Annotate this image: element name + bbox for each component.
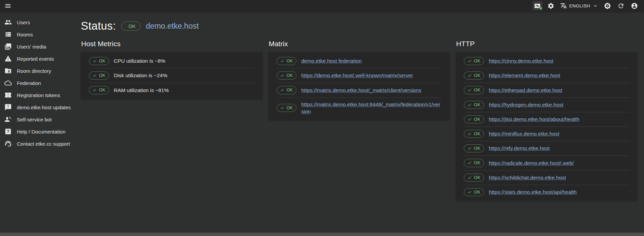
status-row-item: OK https://miniflux.demo.etke.host [464, 127, 629, 141]
status-badge: OK [89, 71, 109, 80]
status-link[interactable]: https://matrix.demo.etke.host/_matrix/cl… [301, 87, 421, 94]
status-badge: OK [89, 86, 109, 94]
status-link[interactable]: https://schildichat.demo.etke.host [489, 174, 566, 181]
status-row-item: OK CPU utilization is ~8% [89, 54, 254, 68]
support-icon [4, 140, 12, 147]
status-row-item: OK https://hydrogen.demo.etke.host [464, 98, 629, 112]
page-title: Status: [81, 20, 116, 32]
rooms-icon [4, 31, 12, 38]
bot-icon [4, 116, 12, 123]
status-row-item: OK https://radicale.demo.etke.host/.web/ [464, 156, 629, 170]
section-title: Host Metrics [81, 40, 262, 48]
status-row-item: OK Disk utilization is ~24% [89, 68, 254, 83]
section-card: OK CPU utilization is ~8% OK Disk utiliz… [81, 52, 262, 99]
sidebar-item-label: Users [17, 20, 30, 25]
section-title: HTTP [456, 40, 637, 48]
status-link[interactable]: https://element.demo.etke.host [489, 72, 560, 79]
status-badge: OK [464, 57, 484, 65]
sidebar-item-registration-tokens[interactable]: Registration tokens [0, 89, 75, 101]
check-icon [468, 146, 472, 150]
hostname-link[interactable]: demo.etke.host [146, 22, 199, 31]
topbar-actions: ENGLISH [533, 1, 639, 10]
check-icon [280, 88, 284, 92]
status-link[interactable]: https://jitsi.demo.etke.host/about/healt… [489, 116, 579, 123]
main-content: Status: OK demo.etke.host Host Metrics O… [75, 11, 644, 233]
sidebar-item-room-directory[interactable]: Room directory [0, 65, 75, 77]
theme-toggle-button[interactable] [602, 1, 612, 10]
sidebar-item-demo-etke-host-updates[interactable]: demo.etke.host updates [0, 101, 75, 113]
status-badge: OK [277, 104, 297, 112]
check-icon [468, 59, 472, 63]
status-link[interactable]: https://stats.demo.etke.host/api/health [489, 188, 577, 196]
topbar: ENGLISH [0, 0, 644, 11]
help-icon: ? [4, 128, 12, 135]
check-icon [280, 59, 284, 63]
status-badge: OK [464, 144, 484, 152]
sidebar-item-label: demo.etke.host updates [17, 105, 71, 110]
sidebar-item-label: Reported events [17, 56, 54, 62]
status-badge: OK [464, 174, 484, 182]
sidebar-item-help-documentation[interactable]: ? Help / Documentation [0, 125, 75, 138]
sidebar-item-label: Rooms [17, 32, 33, 37]
sidebar-item-contact-etke-cc-support[interactable]: Contact etke.cc support [0, 138, 75, 150]
status-section: HTTP OK https://cinny.demo.etke.host OK … [456, 40, 637, 201]
status-badge: OK [464, 101, 484, 109]
svg-text:?: ? [7, 129, 9, 134]
status-row-item: OK https://stats.demo.etke.host/api/heal… [464, 185, 629, 199]
status-row-item: OK https://etherpad.demo.etke.host [464, 83, 629, 97]
check-icon [468, 103, 472, 107]
chevron-down-icon [592, 3, 598, 9]
sidebar-item-label: Self-service bot [17, 117, 52, 122]
check-icon [280, 106, 284, 110]
refresh-button[interactable] [616, 1, 626, 10]
sidebar-item-reported-events[interactable]: Reported events [0, 53, 75, 65]
settings-icon [547, 2, 554, 9]
status-link[interactable]: https://hydrogen.demo.etke.host [489, 101, 563, 109]
status-text: RAM utilization is ~81% [114, 87, 169, 94]
status-link[interactable]: https://etherpad.demo.etke.host [489, 87, 562, 94]
sidebar-item-self-service-bot[interactable]: Self-service bot [0, 113, 75, 125]
status-link[interactable]: https://demo.etke.host/.well-known/matri… [301, 72, 413, 79]
status-row-item: OK https://demo.etke.host/.well-known/ma… [277, 68, 442, 83]
refresh-icon [617, 2, 624, 9]
check-icon [93, 59, 97, 63]
sidebar-item-users[interactable]: Users [0, 16, 75, 28]
status-link[interactable]: https://miniflux.demo.etke.host [489, 130, 559, 138]
status-link[interactable]: https://radicale.demo.etke.host/.web/ [489, 159, 574, 167]
status-text: CPU utilization is ~8% [114, 57, 165, 65]
updates-icon [4, 104, 12, 111]
status-section: Host Metrics OK CPU utilization is ~8% O… [81, 40, 262, 201]
sidebar-item-federation[interactable]: Federation [0, 77, 75, 89]
menu-button[interactable] [3, 1, 13, 10]
scrollbar-thumb[interactable] [0, 233, 644, 236]
monitoring-status-button[interactable] [533, 1, 543, 10]
section-card: OK https://cinny.demo.etke.host OK https… [456, 52, 637, 201]
status-text: Disk utilization is ~24% [114, 72, 167, 79]
settings-button[interactable] [546, 1, 556, 10]
online-status-dot [539, 7, 542, 10]
status-badge: OK [464, 86, 484, 94]
status-row-item: OK RAM utilization is ~81% [89, 83, 254, 97]
sidebar-item-label: Federation [17, 80, 41, 86]
status-badge: OK [464, 71, 484, 80]
status-link[interactable]: https://ntfy.demo.etke.host [489, 145, 550, 152]
reported-events-icon [4, 55, 12, 62]
status-badge: OK [121, 22, 140, 31]
horizontal-scrollbar[interactable] [0, 233, 644, 236]
account-button[interactable] [629, 1, 639, 10]
status-badge: OK [277, 86, 297, 94]
language-selector[interactable]: ENGLISH [559, 2, 599, 9]
status-row-item: OK https://element.demo.etke.host [464, 68, 629, 83]
check-icon [280, 73, 284, 78]
status-badge: OK [464, 159, 484, 167]
sidebar-item-users-media[interactable]: Users' media [0, 40, 75, 53]
check-icon [468, 117, 472, 121]
sidebar-item-rooms[interactable]: Rooms [0, 28, 75, 40]
status-link[interactable]: demo.etke.host federation [301, 57, 361, 65]
status-link[interactable]: https://cinny.demo.etke.host [489, 57, 553, 65]
media-icon [4, 43, 12, 50]
sidebar-item-label: Users' media [17, 44, 46, 50]
status-header: Status: OK demo.etke.host [81, 20, 637, 32]
status-link[interactable]: https://matrix.demo.etke.host:8448/_matr… [301, 101, 442, 115]
status-row-item: OK https://matrix.demo.etke.host/_matrix… [277, 83, 442, 97]
